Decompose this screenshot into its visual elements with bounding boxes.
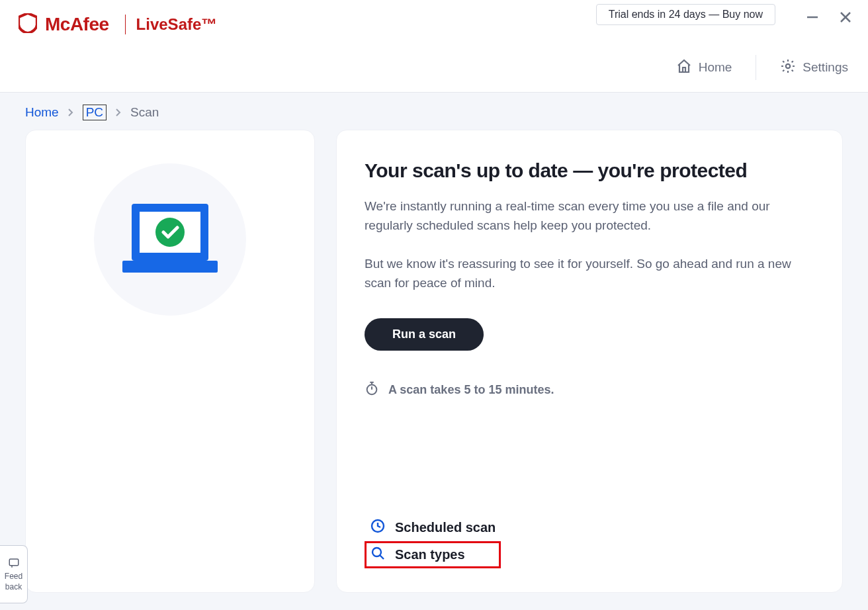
trial-notice-button[interactable]: Trial ends in 24 days — Buy now xyxy=(596,4,775,25)
nav-settings-label: Settings xyxy=(803,60,848,75)
nav-settings[interactable]: Settings xyxy=(780,58,848,77)
breadcrumb-pc[interactable]: PC xyxy=(83,105,107,120)
description-para-1: We're instantly running a real-time scan… xyxy=(365,196,801,236)
status-illustration-card xyxy=(25,130,315,593)
laptop-protected-icon xyxy=(117,198,223,281)
scan-duration-text: A scan takes 5 to 15 minutes. xyxy=(388,383,554,397)
scan-duration-note: A scan takes 5 to 15 minutes. xyxy=(365,381,814,399)
content-area: Your scan's up to date — you're protecte… xyxy=(0,130,868,593)
search-icon xyxy=(370,545,386,564)
description-para-2: But we know it's reassuring to see it fo… xyxy=(365,254,801,293)
clock-icon xyxy=(370,518,386,537)
home-icon xyxy=(676,58,692,77)
scan-main-card: Your scan's up to date — you're protecte… xyxy=(336,130,843,593)
svg-point-10 xyxy=(372,548,381,556)
svg-point-8 xyxy=(367,384,377,394)
svg-point-3 xyxy=(786,64,790,67)
scheduled-scan-link[interactable]: Scheduled scan xyxy=(365,514,501,541)
feedback-tab[interactable]: Feed back xyxy=(0,545,28,603)
page-title: Your scan's up to date — you're protecte… xyxy=(365,159,814,182)
feedback-icon xyxy=(8,557,20,571)
breadcrumb-current: Scan xyxy=(130,105,159,120)
illustration-circle xyxy=(94,163,246,316)
feedback-label-2: back xyxy=(5,583,22,591)
breadcrumb-home[interactable]: Home xyxy=(25,105,59,120)
scan-types-label: Scan types xyxy=(395,547,465,562)
brand-name: McAfee xyxy=(45,14,109,35)
nav-home-label: Home xyxy=(699,60,732,75)
minimize-button[interactable] xyxy=(804,9,820,25)
scan-types-link[interactable]: Scan types xyxy=(365,541,501,568)
svg-rect-6 xyxy=(122,261,218,273)
svg-line-11 xyxy=(380,556,384,560)
header-nav: Home Settings xyxy=(676,55,848,80)
nav-divider xyxy=(756,55,756,80)
chevron-right-icon xyxy=(67,105,75,120)
brand-separator xyxy=(125,15,126,34)
titlebar: McAfee LiveSafe™ Trial ends in 24 days —… xyxy=(0,0,868,93)
brand-product: LiveSafe™ xyxy=(136,15,218,34)
scheduled-scan-label: Scheduled scan xyxy=(395,520,496,535)
scan-links: Scheduled scan Scan types xyxy=(365,514,501,568)
brand-area: McAfee LiveSafe™ xyxy=(19,13,217,36)
run-scan-button[interactable]: Run a scan xyxy=(365,318,484,351)
breadcrumb: Home PC Scan xyxy=(0,93,868,130)
svg-point-7 xyxy=(155,218,185,247)
stopwatch-icon xyxy=(365,381,379,399)
chevron-right-icon xyxy=(114,105,122,120)
gear-icon xyxy=(780,58,796,77)
feedback-label-1: Feed xyxy=(5,572,22,581)
window-controls xyxy=(804,9,853,25)
nav-home[interactable]: Home xyxy=(676,58,732,77)
close-button[interactable] xyxy=(838,9,853,25)
mcafee-shield-icon xyxy=(19,13,37,36)
